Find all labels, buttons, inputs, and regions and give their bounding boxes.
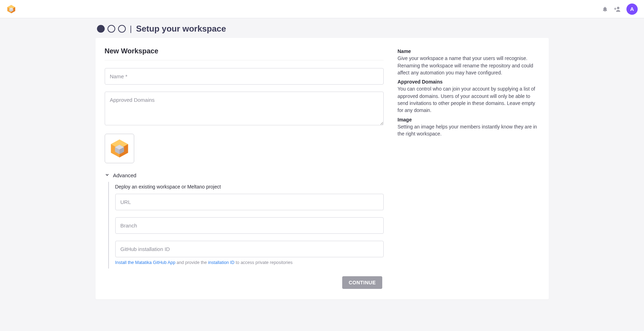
section-title: New Workspace bbox=[105, 47, 384, 60]
step-dot-1 bbox=[97, 25, 105, 33]
info-image-text: Setting an image helps your members inst… bbox=[398, 123, 540, 138]
page-title: Setup your workspace bbox=[136, 24, 226, 34]
continue-button[interactable]: CONTINUE bbox=[342, 276, 382, 289]
info-image-heading: Image bbox=[398, 116, 540, 123]
advanced-section: Deploy an existing workspace or Meltano … bbox=[108, 182, 384, 269]
advanced-toggle[interactable]: Advanced bbox=[105, 172, 384, 178]
info-domains-text: You can control who can join your accoun… bbox=[398, 85, 540, 114]
add-user-icon[interactable] bbox=[614, 6, 621, 13]
github-installation-id-input[interactable] bbox=[115, 241, 384, 257]
workspace-card: New Workspace Advanced bbox=[96, 38, 549, 299]
info-name-heading: Name bbox=[398, 48, 540, 55]
install-github-app-link[interactable]: Install the Matatika GitHub App bbox=[115, 260, 176, 265]
step-dot-3 bbox=[118, 25, 126, 33]
step-indicator bbox=[97, 25, 126, 33]
repo-url-input[interactable] bbox=[115, 194, 384, 210]
advanced-caption: Deploy an existing workspace or Meltano … bbox=[115, 184, 384, 190]
vertical-divider: | bbox=[130, 24, 132, 33]
branch-input[interactable] bbox=[115, 217, 384, 234]
topbar: A bbox=[0, 0, 644, 18]
github-helper-text: Install the Matatika GitHub App and prov… bbox=[115, 260, 384, 265]
user-avatar[interactable]: A bbox=[626, 4, 638, 15]
info-name-text: Give your workspace a name that your use… bbox=[398, 55, 540, 76]
cube-icon bbox=[109, 138, 130, 159]
info-panel: Name Give your workspace a name that you… bbox=[398, 38, 549, 299]
wizard-header: | Setup your workspace bbox=[96, 24, 549, 38]
brand-logo-icon[interactable] bbox=[6, 4, 16, 14]
approved-domains-input[interactable] bbox=[105, 92, 384, 125]
info-domains-heading: Approved Domains bbox=[398, 78, 540, 85]
chevron-down-icon bbox=[105, 172, 110, 178]
installation-id-link[interactable]: installation ID bbox=[208, 260, 234, 265]
workspace-image-picker[interactable] bbox=[105, 134, 134, 163]
avatar-initial: A bbox=[630, 6, 634, 12]
advanced-label: Advanced bbox=[113, 172, 137, 178]
workspace-name-input[interactable] bbox=[105, 68, 384, 85]
step-dot-2 bbox=[108, 25, 115, 33]
notifications-icon[interactable] bbox=[602, 6, 608, 12]
